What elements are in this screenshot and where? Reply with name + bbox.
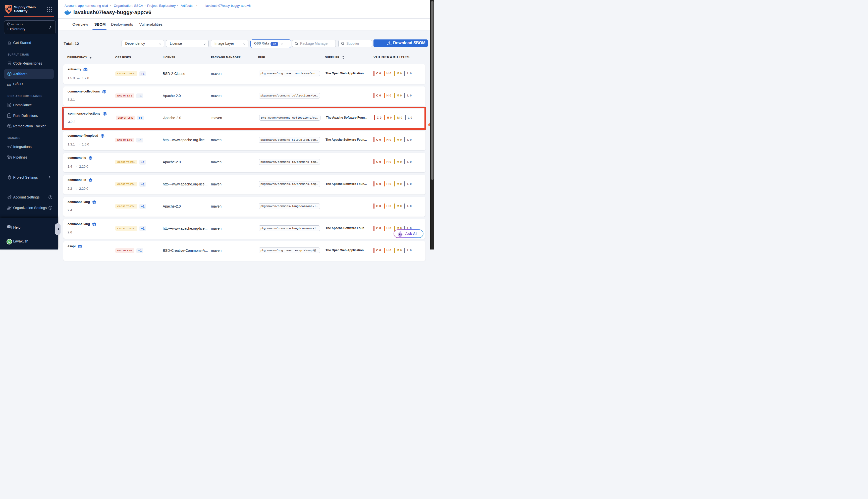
svg-text:?: ? [8, 226, 10, 228]
